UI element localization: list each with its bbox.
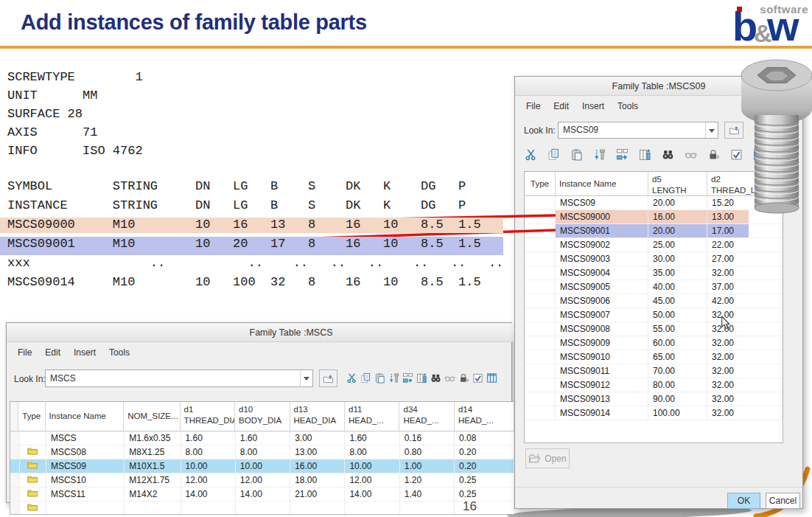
table-cell <box>10 445 20 459</box>
dialog-titlebar[interactable]: Family Table :MSCS <box>7 323 575 342</box>
mouse-cursor <box>721 316 731 330</box>
table-cell: 80.00 <box>648 378 707 392</box>
table-cell: 32.00 <box>707 392 783 406</box>
instance-row-mscs09005[interactable]: MSCS0900540.0037.00 <box>525 280 783 294</box>
menu-bar: FileEditInsertTools <box>519 97 645 117</box>
menu-edit[interactable]: Edit <box>38 343 67 363</box>
column-header-nom-size-[interactable]: NOM_SIZE... <box>124 402 180 431</box>
table-cell: 32.00 <box>707 308 783 322</box>
paste-icon[interactable] <box>374 372 385 384</box>
table-cell: MSCS10 <box>46 473 125 487</box>
look-in-combobox[interactable]: MSCS <box>45 369 313 387</box>
find-icon[interactable] <box>661 148 674 161</box>
instance-row-mscs09004[interactable]: MSCS0900435.0032.00 <box>525 266 783 280</box>
cut-icon[interactable] <box>346 372 357 384</box>
menu-insert[interactable]: Insert <box>575 97 611 117</box>
column-header-type[interactable]: Type <box>18 402 46 431</box>
menu-bar: FileEditInsertTools <box>11 343 136 363</box>
table-cell: 1.00 <box>400 459 455 473</box>
table-cell: 14.00 <box>181 487 236 502</box>
instance-row-mscs09006[interactable]: MSCS0900645.0042.00 <box>525 294 783 308</box>
show-columns-icon[interactable] <box>486 372 497 384</box>
instance-row-mscs10[interactable]: MSCS10M12X1.7512.0012.0018.0012.001.200.… <box>10 473 514 487</box>
instance-row-mscs09014[interactable]: MSCS09014100.0032.00 <box>525 406 783 420</box>
add-column-icon[interactable] <box>416 372 427 384</box>
code-line: AXIS 71 <box>7 123 143 142</box>
column-header-d10[interactable]: d10BODY_DIA <box>235 402 290 431</box>
instance-row-mscs09009[interactable]: MSCS0900960.0032.00 <box>525 336 783 350</box>
column-header-type[interactable]: Type <box>525 172 556 196</box>
lock-icon[interactable] <box>707 148 720 161</box>
table-cell: 22.00 <box>707 238 783 252</box>
lock-icon[interactable] <box>458 372 469 384</box>
menu-insert[interactable]: Insert <box>67 343 102 363</box>
up-one-level-button[interactable] <box>319 369 337 387</box>
combobox-dropdown-icon[interactable] <box>300 370 312 386</box>
ok-button[interactable]: OK <box>727 493 760 509</box>
cancel-button[interactable]: Cancel <box>766 493 800 509</box>
copy-icon[interactable] <box>547 148 560 161</box>
instance-row-mscs09012[interactable]: MSCS0901280.0032.00 <box>525 378 783 392</box>
table-cell: 1.40 <box>400 487 455 502</box>
instance-row-mscs08[interactable]: MSCS08M8X1.258.008.0013.008.000.800.20 <box>10 445 514 459</box>
table-cell <box>525 378 556 392</box>
cut-icon[interactable] <box>524 148 537 161</box>
combobox-dropdown-icon[interactable] <box>705 122 718 138</box>
menu-tools[interactable]: Tools <box>102 343 136 363</box>
add-column-icon[interactable] <box>638 148 651 161</box>
menu-file[interactable]: File <box>11 343 38 363</box>
column-header-d5[interactable]: d5LENGTH <box>648 172 707 196</box>
table-cell <box>20 473 46 487</box>
instance-row-mscs09010[interactable]: MSCS0901065.0032.00 <box>525 350 783 364</box>
preview-glasses-icon[interactable] <box>444 372 455 384</box>
column-header-instance-name[interactable]: Instance Name <box>556 172 648 196</box>
menu-file[interactable]: File <box>519 97 547 117</box>
instance-row-mscs11[interactable]: MSCS11M14X214.0014.0021.0014.001.400.25 <box>10 487 514 502</box>
code-line: SCREWTYPE 1 <box>7 68 143 86</box>
column-header-d14[interactable]: d14HEAD_... <box>455 402 514 431</box>
instance-row-mscs[interactable]: MSCSM1.6x0.351.601.603.001.600.160.08 <box>10 431 514 445</box>
instance-row-mscs09003[interactable]: MSCS0900330.0027.00 <box>525 252 783 266</box>
column-header-d13[interactable]: d13HEAD_DIA <box>290 402 345 431</box>
instance-row-mscs09013[interactable]: MSCS0901390.0032.00 <box>525 392 783 406</box>
insert-row-icon[interactable] <box>592 148 606 161</box>
folder-icon <box>27 446 38 455</box>
insert-row-icon[interactable] <box>388 372 399 384</box>
table-cell: 10.00 <box>236 459 290 473</box>
find-icon[interactable] <box>430 372 441 384</box>
socket-head-screw-image <box>735 55 812 221</box>
copy-icon[interactable] <box>360 372 371 384</box>
instance-row-mscs09011[interactable]: MSCS0901170.0032.00 <box>525 364 783 378</box>
menu-tools[interactable]: Tools <box>611 97 645 117</box>
screw-parameter-listing: SCREWTYPE 1UNIT MMSURFACE 28AXIS 71INFO … <box>7 68 143 160</box>
instance-row-mscs09008[interactable]: MSCS0900855.0032.00 <box>525 322 783 336</box>
instance-row-partial[interactable] <box>10 502 514 515</box>
table-cell: M1.6x0.35 <box>125 431 181 445</box>
verify-icon[interactable] <box>472 372 483 384</box>
instance-row-mscs09001[interactable]: MSCS0900120.0017.00 <box>525 224 783 238</box>
column-header-d11[interactable]: d11HEAD_... <box>345 402 399 431</box>
table-cell: 14.00 <box>236 487 290 502</box>
table-cell: 45.00 <box>648 294 707 308</box>
column-header-instance-name[interactable]: Instance Name <box>46 402 125 431</box>
column-header-d1[interactable]: d1THREAD_DIA <box>181 402 235 431</box>
open-button[interactable]: Open <box>525 448 570 468</box>
column-header-d34[interactable]: d34HEAD_... <box>399 402 454 431</box>
table-cell: 40.00 <box>648 280 707 294</box>
table-cell: 0.20 <box>455 459 514 473</box>
add-instance-icon[interactable] <box>615 148 629 161</box>
table-cell: 32.00 <box>707 266 783 280</box>
table-cell: 25.00 <box>648 238 707 252</box>
instance-row-mscs09002[interactable]: MSCS0900225.0022.00 <box>525 238 783 252</box>
look-in-label: Look In: <box>524 125 556 136</box>
menu-edit[interactable]: Edit <box>547 97 575 117</box>
add-instance-icon[interactable] <box>402 372 413 384</box>
preview-glasses-icon[interactable] <box>684 148 697 161</box>
instance-row-mscs09007[interactable]: MSCS0900750.0032.00 <box>525 308 783 322</box>
instance-row-mscs09[interactable]: MSCS09M10X1.510.0010.0016.0010.001.000.2… <box>10 459 514 473</box>
table-cell <box>525 210 556 224</box>
paste-icon[interactable] <box>570 148 583 161</box>
column-header-gutter[interactable] <box>10 402 18 431</box>
look-in-combobox[interactable]: MSCS09 <box>558 122 718 139</box>
table-cell: 8.00 <box>181 445 236 459</box>
